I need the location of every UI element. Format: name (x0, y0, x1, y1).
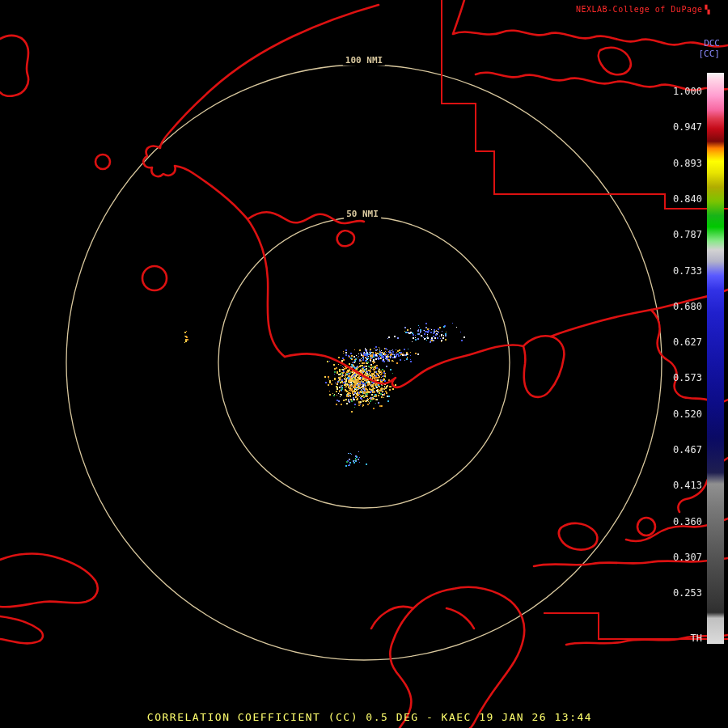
coastline-bottomleft-a (0, 554, 98, 607)
product-caption: CORRELATION COEFFICIENT (CC) 0.5 DEG - K… (147, 711, 592, 723)
lake-bottom-west-arm (371, 607, 413, 629)
radar-display: 100 NMI 50 NMI NEXLAB-College of DuPage▚… (0, 0, 728, 728)
coastline-outlines (0, 0, 728, 728)
range-rings (66, 65, 662, 660)
range-ring-label-50nmi: 50 NMI (344, 210, 381, 219)
brand-title: NEXLAB-College of DuPage▚ (576, 5, 710, 14)
island-topright (599, 48, 631, 74)
peninsula-blob-east (523, 336, 564, 397)
island-bottomright (559, 523, 597, 550)
lake-circle-mid (142, 266, 167, 290)
political-boundaries (442, 0, 728, 639)
coastline-bottomright-b (534, 558, 728, 566)
coastline-northeast (551, 290, 728, 336)
product-label-block: DCC [CC] (699, 38, 721, 59)
coastline-topright-b (476, 73, 728, 91)
lake-circle-small (95, 154, 110, 169)
brand-text: NEXLAB-College of DuPage (576, 5, 703, 14)
colorbar (707, 73, 724, 644)
brand-logo-glyph: ▚ (705, 5, 710, 14)
coastline-central (285, 345, 523, 387)
small-lake-loop (337, 231, 354, 246)
product-unit: [CC] (699, 49, 721, 59)
range-ring-100nmi (66, 65, 662, 660)
range-ring-50nmi (218, 217, 510, 508)
coastline-bottomleft-b (0, 616, 43, 643)
product-code: DCC (699, 38, 721, 49)
lake-bottom-west-shore (391, 589, 453, 728)
map-overlay (0, 0, 728, 728)
lake-circle-right (637, 518, 655, 535)
island-topleft (0, 36, 28, 96)
lake-bottom-inner (447, 608, 474, 629)
range-ring-label-100nmi: 100 NMI (343, 56, 385, 66)
lake-bottom-east-shore (453, 587, 524, 728)
boundary-steps-topright (442, 0, 728, 209)
